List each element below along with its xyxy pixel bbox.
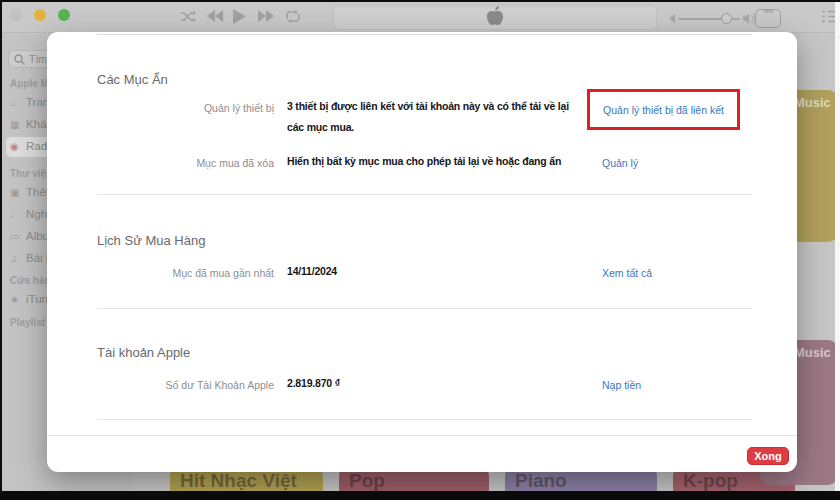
previous-icon[interactable]	[207, 10, 223, 22]
manage-link[interactable]: Quản lý	[602, 157, 638, 169]
sheet-top-hairline	[97, 34, 752, 35]
row-label-account-balance: Số dư Tài Khoản Apple	[97, 379, 274, 391]
play-icon[interactable]	[233, 9, 246, 24]
frame-edge-right	[835, 2, 840, 491]
sidebar-item-itunes-store[interactable]: ★iTun	[10, 293, 48, 305]
itunes-store-icon: ★	[10, 294, 26, 305]
frame-edge-top	[0, 0, 840, 2]
music-app-window: ”” Tìm ki Apple Mus ⌂Tran ▦Khám ◉Radi Th…	[2, 2, 835, 491]
apple-logo-icon	[487, 6, 504, 30]
minimize-button[interactable]	[34, 9, 46, 21]
frame-edge-left	[0, 0, 2, 500]
row-label-manage-devices: Quản lý thiết bị	[97, 102, 274, 114]
sidebar-item-home[interactable]: ⌂Tran	[10, 96, 49, 108]
search-icon	[14, 54, 25, 65]
sidebar-section-library: Thư viện	[10, 168, 52, 179]
radio-icon: ◉	[10, 141, 26, 152]
close-button[interactable]	[10, 9, 22, 21]
home-icon: ⌂	[10, 97, 26, 108]
row-label-deleted-purchases: Mục mua đã xóa	[97, 157, 274, 169]
section-divider	[97, 194, 752, 195]
top-up-link[interactable]: Nạp tiền	[602, 379, 641, 391]
zoom-button[interactable]	[58, 9, 70, 21]
window-toolbar: ””	[2, 2, 835, 33]
row-label-most-recent-purchase: Mục đã mua gần nhất	[97, 267, 274, 279]
sidebar-item-radio[interactable]: ◉Radi	[10, 140, 50, 152]
sidebar-item-songs[interactable]: ♫Bài h	[10, 252, 52, 264]
section-title-apple-account: Tài khoản Apple	[97, 345, 190, 360]
frame-edge-bottom	[0, 491, 840, 500]
account-settings-sheet: Các Mục Ẩn Quản lý thiết bị 3 thiết bị đ…	[47, 32, 797, 472]
section-title-hidden-items: Các Mục Ẩn	[97, 72, 168, 87]
shuffle-icon[interactable]	[180, 10, 196, 23]
repeat-icon[interactable]	[285, 10, 301, 23]
album-icon: ▭	[10, 231, 26, 242]
section-title-purchase-history: Lịch Sử Mua Hàng	[97, 233, 205, 248]
row-value-deleted-purchases: Hiển thị bất kỳ mục mua cho phép tải lại…	[287, 151, 587, 172]
section-divider	[97, 419, 752, 420]
manage-linked-devices-link[interactable]: Quản lý thiết bị đã liên kết	[603, 104, 724, 116]
volume-knob[interactable]	[721, 13, 732, 24]
volume-min-icon	[666, 14, 675, 23]
artist-icon: ♩	[10, 209, 26, 220]
red-highlight-box: Quản lý thiết bị đã liên kết	[587, 89, 740, 130]
footer-divider	[47, 435, 797, 436]
see-all-link[interactable]: Xem tất cả	[602, 267, 652, 279]
recently-added-icon: ▣	[10, 187, 26, 198]
row-value-manage-devices: 3 thiết bị được liên kết với tài khoản n…	[287, 96, 587, 138]
sidebar-section-playlists: Playlist	[10, 317, 45, 328]
sidebar-item-albums[interactable]: ▭Albu	[10, 230, 49, 242]
row-value-account-balance: 2.819.870 ₫	[287, 373, 587, 394]
next-icon[interactable]	[258, 10, 274, 22]
done-button[interactable]: Xong	[747, 447, 789, 465]
lyrics-quote-glyph: ””	[764, 8, 773, 20]
song-icon: ♫	[10, 253, 26, 264]
browse-icon: ▦	[10, 119, 26, 130]
section-divider	[97, 308, 752, 309]
lyrics-icon[interactable]: ””	[755, 9, 781, 28]
now-playing-lcd	[333, 5, 657, 30]
row-value-most-recent-purchase: 14/11/2024	[287, 261, 587, 282]
